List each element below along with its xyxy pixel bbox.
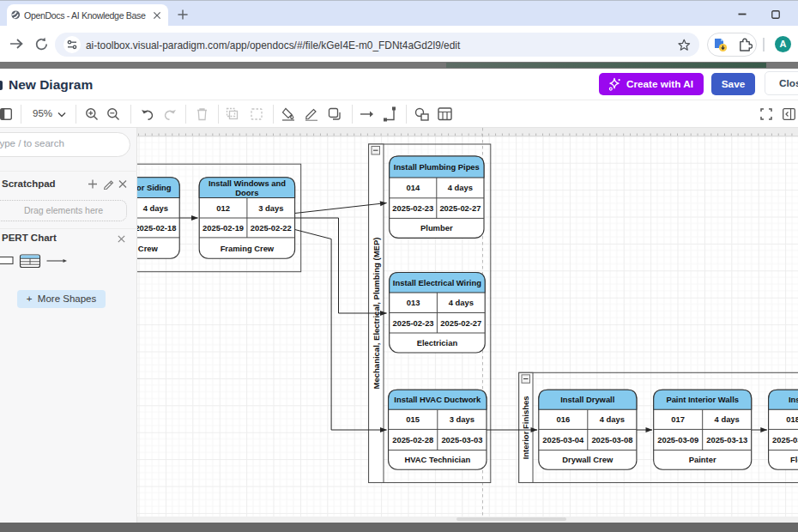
svg-text:2025-03-09: 2025-03-09 xyxy=(657,435,698,444)
svg-text:Doors: Doors xyxy=(235,188,258,197)
svg-text:2025-02-27: 2025-02-27 xyxy=(440,318,481,328)
svg-text:Flooring Crew: Flooring Crew xyxy=(790,455,798,464)
svg-text:016: 016 xyxy=(556,414,570,424)
svg-text:2025-02-28: 2025-02-28 xyxy=(392,435,433,444)
svg-text:Plumber: Plumber xyxy=(420,223,453,233)
svg-text:2025-02-22: 2025-02-22 xyxy=(251,223,292,233)
svg-text:HVAC Technician: HVAC Technician xyxy=(404,455,470,464)
svg-text:Install Flooring: Install Flooring xyxy=(789,395,798,404)
svg-text:017: 017 xyxy=(671,414,685,424)
svg-text:Install Plumbing Pipes: Install Plumbing Pipes xyxy=(394,162,480,172)
svg-text:2025-02-27: 2025-02-27 xyxy=(439,203,481,213)
svg-text:2025-02-18: 2025-02-18 xyxy=(137,223,176,233)
svg-text:3 days: 3 days xyxy=(258,203,283,213)
svg-text:Interior Finishes: Interior Finishes xyxy=(522,396,531,459)
svg-text:Install Electrical Wiring: Install Electrical Wiring xyxy=(393,278,481,287)
svg-text:014: 014 xyxy=(406,183,420,192)
svg-text:015: 015 xyxy=(406,414,420,424)
svg-text:Install Exterior Siding: Install Exterior Siding xyxy=(137,183,172,192)
svg-text:4 days: 4 days xyxy=(448,183,473,192)
svg-text:2025-03-04: 2025-03-04 xyxy=(542,435,584,444)
svg-text:3 days: 3 days xyxy=(450,414,475,424)
svg-text:4 days: 4 days xyxy=(449,298,474,307)
svg-text:012: 012 xyxy=(216,203,230,213)
svg-text:2025-02-19: 2025-02-19 xyxy=(203,223,244,233)
svg-text:2025-03-14: 2025-03-14 xyxy=(772,435,798,444)
svg-text:Painter: Painter xyxy=(689,455,716,464)
svg-text:2025-02-23: 2025-02-23 xyxy=(392,203,433,213)
svg-text:2025-03-13: 2025-03-13 xyxy=(706,435,747,444)
svg-text:Siding Crew: Siding Crew xyxy=(137,244,158,253)
svg-text:2025-03-08: 2025-03-08 xyxy=(591,435,632,444)
svg-text:4 days: 4 days xyxy=(600,414,625,424)
svg-text:4 days: 4 days xyxy=(143,203,168,213)
svg-text:018: 018 xyxy=(786,414,798,424)
svg-text:Drywall Crew: Drywall Crew xyxy=(562,455,614,464)
svg-text:Install Drywall: Install Drywall xyxy=(560,395,614,404)
svg-text:Install HVAC Ductwork: Install HVAC Ductwork xyxy=(394,395,481,404)
svg-text:2025-03-03: 2025-03-03 xyxy=(441,435,482,444)
svg-text:Framing Crew: Framing Crew xyxy=(221,244,275,253)
svg-text:Paint Interior Walls: Paint Interior Walls xyxy=(666,395,739,404)
svg-text:4 days: 4 days xyxy=(715,414,740,424)
svg-text:013: 013 xyxy=(407,298,420,307)
svg-text:2025-02-23: 2025-02-23 xyxy=(393,318,434,328)
svg-text:Install Windows and: Install Windows and xyxy=(209,178,286,188)
svg-text:Electrician: Electrician xyxy=(417,338,458,348)
